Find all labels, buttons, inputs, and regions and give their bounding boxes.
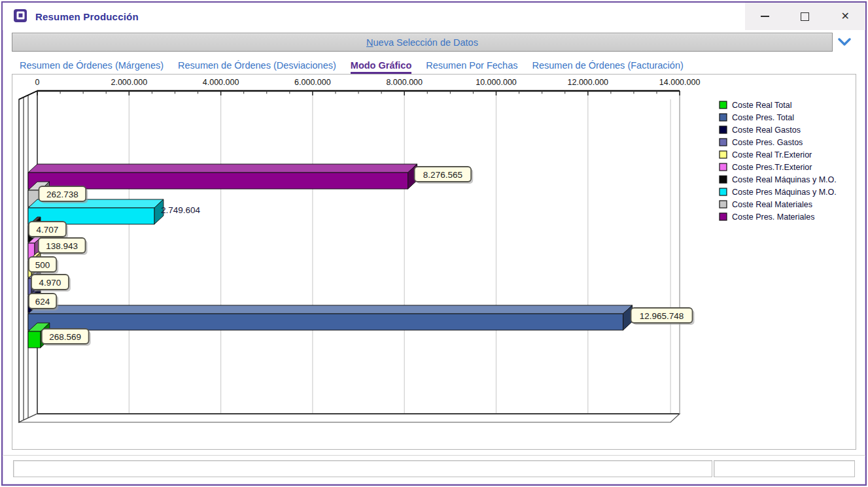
legend-item-coste-real-maquinas-y-m-o: Coste Real Máquinas y M.O. xyxy=(720,175,837,184)
close-icon: ✕ xyxy=(841,11,850,22)
svg-text:624: 624 xyxy=(35,297,50,307)
tab-resumen-margenes[interactable]: Resumen de Órdenes (Márgenes) xyxy=(20,60,164,74)
status-bar xyxy=(13,460,855,477)
axis-tick-label: 10.000.000 xyxy=(476,78,517,87)
app-icon xyxy=(13,8,29,24)
svg-text:268.569: 268.569 xyxy=(49,332,81,342)
window-title: Resumen Producción xyxy=(35,11,139,22)
value-label-coste-real-total: 268.569 xyxy=(42,329,91,346)
legend-item-coste-pres-materiales: Coste Pres. Materiales xyxy=(720,212,814,222)
legend-item-coste-real-total: Coste Real Total xyxy=(720,101,792,110)
axis-tick-label: 0 xyxy=(35,78,40,87)
legend-label: Coste Real Total xyxy=(732,101,792,110)
legend-swatch xyxy=(720,126,727,133)
legend-swatch xyxy=(720,163,727,171)
status-panel-left xyxy=(13,460,712,477)
tab-resumen-facturacion[interactable]: Resumen de Órdenes (Facturación) xyxy=(532,60,684,74)
production-costs-chart: 02.000.0004.000.0006.000.0008.000.00010.… xyxy=(12,75,856,448)
legend-swatch xyxy=(720,188,727,195)
legend-label: Coste Pres.Tr.Exterior xyxy=(732,163,812,172)
axis-tick-label: 14.000.000 xyxy=(659,78,701,87)
bar-coste-pres-total xyxy=(28,305,633,330)
window-controls: ✕ xyxy=(745,3,865,30)
svg-text:4.970: 4.970 xyxy=(39,278,61,288)
axis-tick-label: 4.000.000 xyxy=(203,78,239,87)
chevron-down-icon xyxy=(838,38,851,46)
legend-swatch xyxy=(720,151,727,158)
legend-item-coste-pres-gastos: Coste Pres. Gastos xyxy=(720,138,803,147)
chart-axis: 02.000.0004.000.0006.000.0008.000.00010.… xyxy=(19,78,700,99)
legend-swatch xyxy=(720,101,727,109)
svg-text:12.965.748: 12.965.748 xyxy=(640,311,684,321)
legend-label: Coste Pres. Total xyxy=(732,113,794,122)
legend-swatch xyxy=(720,114,727,121)
axis-tick-label: 12.000.000 xyxy=(568,78,609,87)
maximize-button[interactable] xyxy=(785,3,825,30)
collapse-toggle-button[interactable] xyxy=(833,33,856,52)
legend-label: Coste Pres. Materiales xyxy=(732,212,814,222)
chart-bars xyxy=(28,164,633,348)
new-data-selection-button[interactable]: Nueva Selección de Datos xyxy=(12,33,833,52)
chart-panel: 02.000.0004.000.0006.000.0008.000.00010.… xyxy=(12,74,856,450)
legend-swatch xyxy=(720,176,727,183)
svg-text:8.276.565: 8.276.565 xyxy=(423,170,462,180)
axis-tick-label: 2.000.000 xyxy=(111,78,147,87)
legend-item-coste-pres-tr-exterior: Coste Pres.Tr.Exterior xyxy=(720,163,812,172)
value-label-coste-real-gastos: 624 xyxy=(29,294,58,311)
selection-header-row: Nueva Selección de Datos xyxy=(12,33,856,52)
axis-tick-label: 8.000.000 xyxy=(386,78,423,87)
tab-resumen-por-fechas[interactable]: Resumen Por Fechas xyxy=(426,60,517,74)
legend-item-coste-real-materiales: Coste Real Materiales xyxy=(720,200,812,209)
tab-modo-grafico[interactable]: Modo Gráfico xyxy=(351,60,411,74)
svg-text:262.738: 262.738 xyxy=(46,190,78,199)
legend-label: Coste Pres. Gastos xyxy=(732,138,803,147)
chart-floor xyxy=(19,414,680,422)
value-label-coste-real-tr-exterior: 500 xyxy=(29,257,58,274)
chart-3d-frame xyxy=(19,91,680,422)
axis-tick-label: 6.000.000 xyxy=(294,78,331,87)
maximize-icon xyxy=(801,12,809,21)
value-label-coste-pres-tr-exterior: 138.943 xyxy=(39,238,88,255)
legend-item-coste-pres-total: Coste Pres. Total xyxy=(720,113,794,122)
legend-swatch xyxy=(720,201,727,208)
tab-strip: Resumen de Órdenes (Márgenes) Resumen de… xyxy=(12,56,856,74)
legend-label: Coste Real Tr.Exterior xyxy=(732,150,812,160)
value-label-coste-pres-maquinas-y-m-o: 2.749.604 xyxy=(161,205,201,215)
minimize-button[interactable] xyxy=(745,3,785,30)
legend-swatch xyxy=(720,139,727,146)
svg-text:4.707: 4.707 xyxy=(37,225,59,235)
legend-item-coste-real-gastos: Coste Real Gastos xyxy=(720,126,801,135)
svg-text:500: 500 xyxy=(35,260,50,270)
minimize-icon xyxy=(761,16,769,17)
chart-gridlines xyxy=(129,92,680,422)
legend-label: Coste Real Gastos xyxy=(732,126,801,135)
app-window: Resumen Producción ✕ Nueva Selección de … xyxy=(1,1,867,486)
title-bar: Resumen Producción ✕ xyxy=(3,3,865,30)
value-label-coste-pres-materiales: 8.276.565 xyxy=(415,167,474,184)
legend-item-coste-real-tr-exterior: Coste Real Tr.Exterior xyxy=(720,150,812,160)
legend-label: Coste Pres Máquinas y M.O. xyxy=(732,188,837,197)
chart-legend: Coste Real TotalCoste Pres. TotalCoste R… xyxy=(720,101,837,222)
legend-label: Coste Real Máquinas y M.O. xyxy=(732,175,837,184)
bar-coste-pres-materiales xyxy=(28,164,417,189)
svg-text:138.943: 138.943 xyxy=(46,241,78,251)
footer-divider xyxy=(3,455,865,456)
legend-item-coste-pres-maquinas-y-m-o: Coste Pres Máquinas y M.O. xyxy=(720,188,837,197)
value-label-coste-real-materiales: 262.738 xyxy=(39,186,88,203)
legend-label: Coste Real Materiales xyxy=(732,200,812,209)
value-label-coste-pres-total: 12.965.748 xyxy=(631,308,695,325)
status-panel-right xyxy=(714,460,855,477)
value-label-coste-pres-gastos: 4.970 xyxy=(31,275,71,292)
value-label-coste-real-maquinas-y-m-o: 4.707 xyxy=(29,222,68,239)
tab-resumen-desviaciones[interactable]: Resumen de Órdenes (Desviaciones) xyxy=(178,60,336,74)
close-button[interactable]: ✕ xyxy=(825,3,865,30)
new-data-selection-label: Nueva Selección de Datos xyxy=(366,37,478,48)
legend-swatch xyxy=(720,213,727,220)
